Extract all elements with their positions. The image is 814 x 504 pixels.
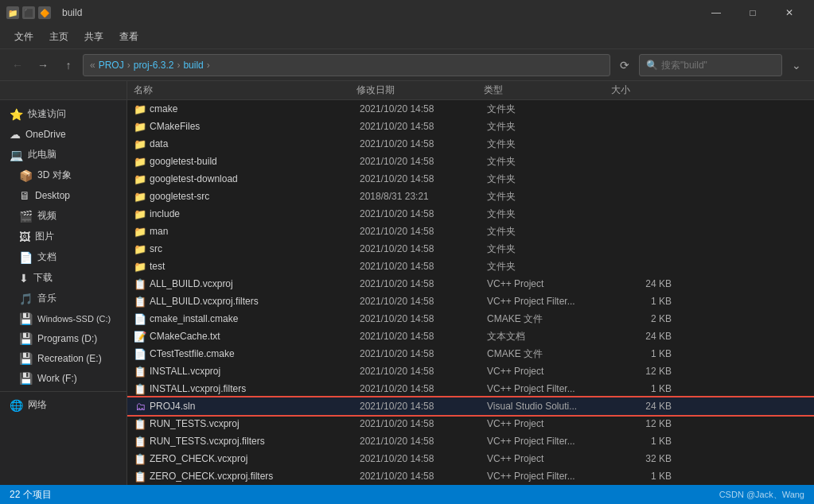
sidebar-onedrive-label: OneDrive	[25, 129, 66, 140]
sidebar-item-thispc[interactable]: 💻 此电脑	[3, 145, 123, 165]
sidebar-item-work[interactable]: 💾 Work (F:)	[3, 369, 123, 388]
file-name: RUN_TESTS.vcxproj.filters	[150, 436, 360, 447]
sidebar-item-documents[interactable]: 📄 文档	[3, 247, 123, 267]
file-row[interactable]: 📋 ZERO_CHECK.vcxproj.filters 2021/10/20 …	[127, 467, 814, 485]
file-date: 2021/10/20 14:58	[360, 453, 487, 464]
file-row[interactable]: 📁 googletest-build 2021/10/20 14:58 文件夹	[127, 153, 814, 170]
path-proj-version[interactable]: proj-6.3.2	[134, 60, 174, 71]
windows-ssd-icon: 💾	[19, 312, 33, 325]
file-size: 24 KB	[614, 278, 678, 289]
file-row[interactable]: 📄 CTestTestfile.cmake 2021/10/20 14:58 C…	[127, 345, 814, 362]
sidebar-item-3dobjects[interactable]: 📦 3D 对象	[3, 165, 123, 185]
refresh-button[interactable]: ⟳	[613, 54, 636, 76]
sidebar-item-windows-ssd[interactable]: 💾 Windows-SSD (C:)	[3, 309, 123, 328]
file-date: 2021/10/20 14:58	[360, 296, 487, 307]
search-input[interactable]	[661, 60, 775, 71]
settings-chevron[interactable]: ⌄	[785, 54, 808, 76]
file-row[interactable]: 📋 INSTALL.vcxproj.filters 2021/10/20 14:…	[127, 380, 814, 397]
file-type: Visual Studio Soluti...	[487, 401, 614, 412]
vcxproj-icon: 📋	[134, 277, 146, 290]
sidebar-quickaccess-label: 快速访问	[28, 107, 66, 121]
menu-share[interactable]: 共享	[76, 27, 111, 47]
vcxproj-icon: 📋	[134, 452, 146, 465]
path-build[interactable]: build	[183, 60, 203, 71]
col-header-date[interactable]: 修改日期	[350, 81, 477, 99]
file-row[interactable]: 📁 googletest-download 2021/10/20 14:58 文…	[127, 170, 814, 188]
sidebar-item-programs[interactable]: 💾 Programs (D:)	[3, 329, 123, 348]
app-icon-1: 📁	[6, 6, 19, 19]
search-box[interactable]: 🔍	[639, 54, 782, 76]
address-path[interactable]: « PROJ › proj-6.3.2 › build ›	[83, 54, 610, 76]
desktop-icon: 🖥	[19, 189, 30, 202]
file-row[interactable]: 📁 src 2021/10/20 14:58 文件夹	[127, 240, 814, 258]
sidebar-item-onedrive[interactable]: ☁ OneDrive	[3, 125, 123, 144]
close-button[interactable]: ✕	[771, 0, 808, 25]
file-row[interactable]: 📁 data 2021/10/20 14:58 文件夹	[127, 135, 814, 153]
minimize-button[interactable]: —	[698, 0, 734, 25]
menu-home[interactable]: 主页	[41, 27, 76, 47]
file-row[interactable]: 📄 cmake_install.cmake 2021/10/20 14:58 C…	[127, 310, 814, 328]
programs-icon: 💾	[19, 332, 33, 345]
file-row[interactable]: 📁 include 2021/10/20 14:58 文件夹	[127, 205, 814, 223]
file-date: 2021/10/20 14:58	[360, 208, 487, 219]
col-header-size[interactable]: 大小	[605, 81, 668, 99]
file-name: INSTALL.vcxproj.filters	[150, 383, 360, 394]
up-button[interactable]: ↑	[57, 54, 80, 76]
file-row[interactable]: 📋 ZERO_CHECK.vcxproj 2021/10/20 14:58 VC…	[127, 450, 814, 467]
sidebar-item-recreation[interactable]: 💾 Recreation (E:)	[3, 349, 123, 368]
thispc-icon: 💻	[10, 149, 23, 161]
folder-icon: 📁	[134, 260, 146, 273]
folder-icon: 📁	[134, 138, 146, 150]
file-row[interactable]: 📋 RUN_TESTS.vcxproj.filters 2021/10/20 1…	[127, 432, 814, 450]
file-type: 文件夹	[487, 225, 614, 238]
file-size: 12 KB	[614, 366, 678, 377]
file-row[interactable]: 📋 ALL_BUILD.vcxproj.filters 2021/10/20 1…	[127, 293, 814, 310]
sidebar-3dobjects-label: 3D 对象	[37, 169, 72, 182]
sidebar-desktop-label: Desktop	[35, 190, 70, 201]
back-button[interactable]: ←	[6, 54, 29, 76]
sidebar-item-downloads[interactable]: ⬇ 下载	[3, 268, 123, 288]
menu-file[interactable]: 文件	[6, 27, 41, 47]
search-icon: 🔍	[646, 60, 658, 71]
sidebar-windows-ssd-label: Windows-SSD (C:)	[37, 314, 111, 324]
file-date: 2021/10/20 14:58	[360, 156, 487, 167]
sidebar-item-music[interactable]: 🎵 音乐	[3, 289, 123, 308]
file-date: 2021/10/20 14:58	[360, 418, 487, 429]
file-size: 32 KB	[614, 453, 678, 464]
forward-button[interactable]: →	[32, 54, 54, 76]
file-row-proj4-sln[interactable]: 🗂 PROJ4.sln 2021/10/20 14:58 Visual Stud…	[127, 397, 814, 415]
file-name: ALL_BUILD.vcxproj	[150, 278, 360, 289]
sidebar-item-desktop[interactable]: 🖥 Desktop	[3, 186, 123, 205]
sidebar-videos-label: 视频	[37, 209, 56, 223]
file-row[interactable]: 📁 man 2021/10/20 14:58 文件夹	[127, 223, 814, 240]
file-row[interactable]: 📋 RUN_TESTS.vcxproj 2021/10/20 14:58 VC+…	[127, 415, 814, 432]
sidebar-item-videos[interactable]: 🎬 视频	[3, 206, 123, 226]
file-row[interactable]: 📝 CMakeCache.txt 2021/10/20 14:58 文本文档 2…	[127, 328, 814, 345]
file-row[interactable]: 📁 test 2021/10/20 14:58 文件夹	[127, 258, 814, 275]
file-name: data	[150, 138, 360, 149]
music-icon: 🎵	[19, 293, 33, 305]
path-sep-1: «	[90, 60, 95, 71]
sidebar-item-pictures[interactable]: 🖼 图片	[3, 227, 123, 246]
file-row[interactable]: 📁 googletest-src 2018/8/31 23:21 文件夹	[127, 188, 814, 205]
sidebar-divider	[0, 391, 127, 392]
maximize-button[interactable]: □	[734, 0, 771, 25]
sidebar-item-quickaccess[interactable]: ⭐ 快速访问	[3, 104, 123, 124]
menu-view[interactable]: 查看	[111, 27, 146, 47]
vcxproj-icon: 📋	[134, 295, 146, 308]
file-type: 文件夹	[487, 190, 614, 204]
col-header-name[interactable]: 名称	[127, 81, 350, 99]
file-row[interactable]: 📋 ALL_BUILD.vcxproj 2021/10/20 14:58 VC+…	[127, 275, 814, 293]
folder-icon: 📁	[134, 190, 146, 203]
file-row[interactable]: 📋 INSTALL.vcxproj 2021/10/20 14:58 VC++ …	[127, 362, 814, 380]
path-proj[interactable]: PROJ	[99, 60, 124, 71]
file-type: 文本文档	[487, 330, 614, 343]
sidebar-item-network[interactable]: 🌐 网络	[3, 395, 123, 415]
folder-icon: 📁	[134, 155, 146, 168]
col-header-type[interactable]: 类型	[477, 81, 605, 99]
file-row[interactable]: 📁 cmake 2021/10/20 14:58 文件夹	[127, 100, 814, 118]
file-row[interactable]: 📁 CMakeFiles 2021/10/20 14:58 文件夹	[127, 118, 814, 135]
file-date: 2021/10/20 14:58	[360, 103, 487, 114]
app-icon-3: 🔶	[38, 6, 51, 19]
file-name: googletest-build	[150, 156, 360, 167]
